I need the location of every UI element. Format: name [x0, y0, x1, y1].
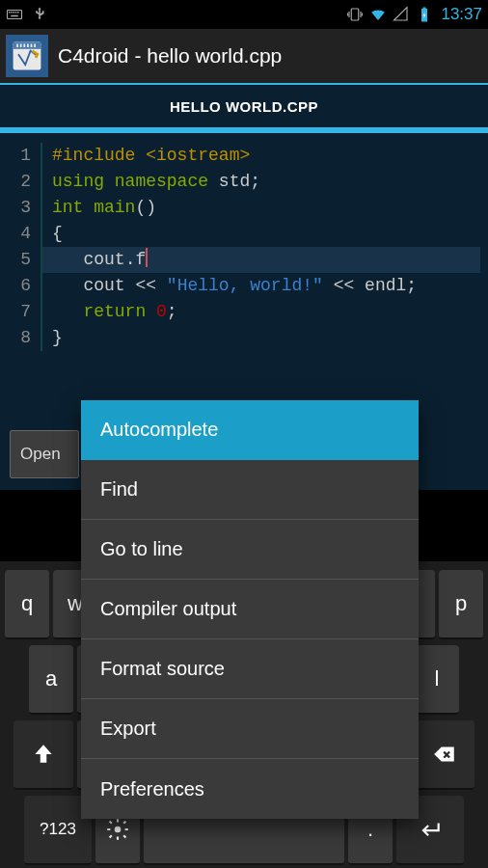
code-content[interactable]: int main()	[42, 195, 480, 221]
menu-item-export[interactable]: Export	[81, 699, 419, 759]
usb-status-icon	[31, 6, 48, 23]
line-number: 7	[8, 299, 42, 325]
menu-item-format-source[interactable]: Format source	[81, 639, 419, 699]
key-l[interactable]: l	[415, 645, 459, 715]
key-q[interactable]: q	[5, 570, 49, 639]
shift-key[interactable]	[14, 720, 73, 790]
tab-current[interactable]: HELLO WORLD.CPP	[170, 98, 318, 115]
signal-icon	[393, 6, 410, 23]
svg-rect-4	[15, 12, 17, 14]
code-content[interactable]: #include <iostream>	[42, 143, 480, 169]
menu-item-compiler-output[interactable]: Compiler output	[81, 580, 419, 639]
svg-rect-0	[8, 11, 22, 19]
code-line[interactable]: 5 cout.f	[8, 247, 480, 273]
action-bar: C4droid - hello world.cpp	[0, 29, 488, 85]
battery-charging-icon	[416, 6, 433, 23]
status-time: 13:37	[441, 5, 482, 24]
app-title: C4droid - hello world.cpp	[58, 44, 282, 68]
code-content[interactable]: cout.f	[42, 247, 480, 273]
code-content[interactable]: return 0;	[42, 299, 480, 325]
svg-rect-2	[11, 12, 13, 14]
menu-item-preferences[interactable]: Preferences	[81, 759, 419, 819]
line-number: 2	[8, 169, 42, 195]
menu-item-find[interactable]: Find	[81, 460, 419, 520]
svg-rect-6	[11, 15, 18, 17]
menu-item-autocomplete[interactable]: Autocomplete	[81, 400, 419, 460]
line-number: 8	[8, 325, 42, 351]
code-content[interactable]: }	[42, 325, 480, 351]
line-number: 4	[8, 221, 42, 247]
svg-rect-3	[14, 12, 15, 14]
line-number: 3	[8, 195, 42, 221]
code-line[interactable]: 8}	[8, 325, 480, 351]
code-content[interactable]: using namespace std;	[42, 169, 480, 195]
vibrate-icon	[346, 6, 364, 23]
text-cursor	[146, 248, 148, 267]
tab-bar: HELLO WORLD.CPP	[0, 85, 488, 133]
code-line[interactable]: 3int main()	[8, 195, 480, 221]
status-bar: 13:37	[0, 0, 488, 29]
code-content[interactable]: {	[42, 221, 480, 247]
code-line[interactable]: 4{	[8, 221, 480, 247]
wifi-icon	[369, 6, 387, 23]
line-number: 5	[8, 247, 42, 273]
line-number: 6	[8, 273, 42, 299]
backspace-key[interactable]	[415, 720, 474, 790]
key-a[interactable]: a	[29, 645, 73, 715]
menu-item-go-to-line[interactable]: Go to line	[81, 520, 419, 580]
line-number: 1	[8, 143, 42, 169]
code-line[interactable]: 1#include <iostream>	[8, 143, 480, 169]
open-button[interactable]: Open	[10, 430, 79, 478]
context-menu: AutocompleteFindGo to lineCompiler outpu…	[81, 400, 419, 819]
code-line[interactable]: 7 return 0;	[8, 299, 480, 325]
app-icon	[6, 35, 48, 77]
code-content[interactable]: cout << "Hello, world!" << endl;	[42, 273, 480, 299]
code-line[interactable]: 2using namespace std;	[8, 169, 480, 195]
code-line[interactable]: 6 cout << "Hello, world!" << endl;	[8, 273, 480, 299]
key-p[interactable]: p	[439, 570, 483, 639]
code-editor[interactable]: 1#include <iostream>2using namespace std…	[0, 133, 488, 403]
svg-rect-1	[9, 12, 11, 14]
svg-rect-9	[423, 8, 426, 10]
svg-rect-7	[352, 9, 360, 20]
svg-rect-5	[17, 12, 19, 14]
svg-point-12	[115, 827, 122, 833]
keyboard-status-icon	[6, 6, 23, 23]
